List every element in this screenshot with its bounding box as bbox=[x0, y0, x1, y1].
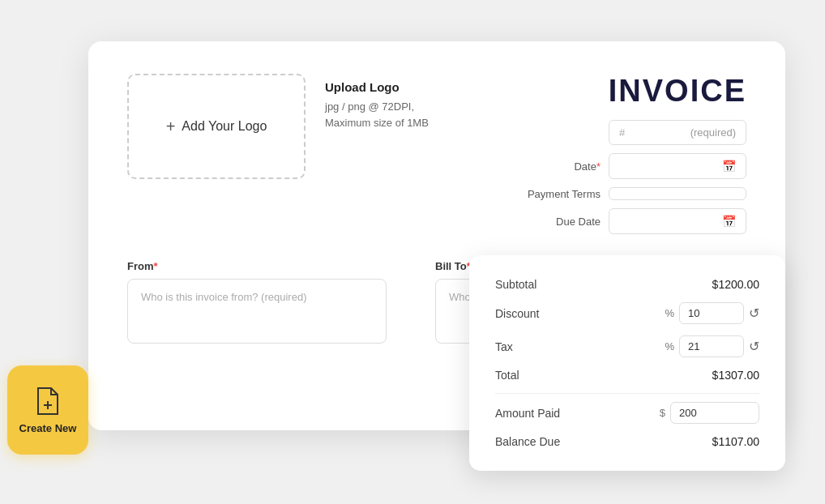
date-input[interactable]: 📅 bbox=[609, 153, 746, 179]
upload-desc-line1: jpg / png @ 72DPI, Maximum size of 1MB bbox=[325, 99, 429, 130]
subtotal-row: Subtotal $1200.00 bbox=[495, 278, 759, 291]
payment-terms-input[interactable] bbox=[609, 187, 746, 200]
tax-label: Tax bbox=[495, 340, 568, 353]
total-value: $1307.00 bbox=[712, 369, 759, 382]
amount-paid-input[interactable] bbox=[670, 402, 759, 424]
payment-terms-row: Payment Terms bbox=[528, 187, 746, 200]
balance-due-label: Balance Due bbox=[495, 435, 568, 448]
calendar-icon: 📅 bbox=[722, 160, 736, 173]
top-row: + Add Your Logo Upload Logo jpg / png @ … bbox=[127, 74, 746, 234]
discount-row: Discount % ↺ bbox=[495, 302, 759, 324]
from-label: From* bbox=[127, 260, 387, 272]
from-placeholder: Who is this invoice from? (required) bbox=[141, 291, 306, 303]
create-new-icon bbox=[35, 387, 61, 416]
logo-upload-box[interactable]: + Add Your Logo bbox=[127, 74, 306, 179]
summary-divider bbox=[495, 393, 759, 394]
total-label: Total bbox=[495, 369, 568, 382]
upload-title: Upload Logo bbox=[325, 80, 429, 94]
tax-refresh-icon[interactable]: ↺ bbox=[749, 339, 759, 354]
tax-input-group: % ↺ bbox=[665, 335, 759, 357]
amount-paid-label: Amount Paid bbox=[495, 407, 568, 420]
create-new-button[interactable]: Create New bbox=[7, 365, 88, 455]
summary-card: Subtotal $1200.00 Discount % ↺ Tax % ↺ T… bbox=[469, 255, 785, 471]
upload-info: Upload Logo jpg / png @ 72DPI, Maximum s… bbox=[325, 74, 429, 130]
from-textarea[interactable]: Who is this invoice from? (required) bbox=[127, 279, 387, 344]
plus-icon: + bbox=[166, 117, 176, 136]
due-date-calendar-icon: 📅 bbox=[722, 215, 736, 228]
amount-paid-unit: $ bbox=[660, 407, 665, 419]
subtotal-label: Subtotal bbox=[495, 278, 568, 291]
invoice-title-area: INVOICE # (required) Date* bbox=[528, 74, 746, 234]
invoice-title: INVOICE bbox=[528, 74, 746, 109]
discount-input[interactable] bbox=[679, 302, 744, 324]
balance-due-value: $1107.00 bbox=[712, 435, 759, 448]
subtotal-value: $1200.00 bbox=[712, 278, 759, 291]
discount-input-group: % ↺ bbox=[665, 302, 759, 324]
discount-unit: % bbox=[665, 307, 674, 319]
invoice-number-input[interactable]: # (required) bbox=[609, 120, 746, 145]
invoice-number-row: # (required) bbox=[609, 120, 746, 145]
date-row: Date* 📅 bbox=[574, 153, 746, 179]
create-new-label: Create New bbox=[19, 422, 77, 434]
due-date-input[interactable]: 📅 bbox=[609, 208, 746, 234]
tax-row: Tax % ↺ bbox=[495, 335, 759, 357]
amount-paid-row: Amount Paid $ bbox=[495, 402, 759, 424]
discount-label: Discount bbox=[495, 307, 568, 320]
date-label: Date* bbox=[574, 160, 601, 173]
logo-upload-label: Add Your Logo bbox=[182, 119, 267, 134]
invoice-fields: # (required) Date* 📅 bbox=[528, 120, 746, 234]
due-date-label: Due Date bbox=[556, 216, 601, 228]
tax-input[interactable] bbox=[679, 335, 744, 357]
balance-due-row: Balance Due $1107.00 bbox=[495, 435, 759, 448]
invoice-number-placeholder: (required) bbox=[690, 126, 736, 139]
tax-unit: % bbox=[665, 340, 674, 352]
from-section: From* Who is this invoice from? (require… bbox=[127, 260, 387, 344]
discount-refresh-icon[interactable]: ↺ bbox=[749, 305, 759, 321]
total-row: Total $1307.00 bbox=[495, 369, 759, 382]
amount-paid-input-group: $ bbox=[660, 402, 759, 424]
hash-prefix: # bbox=[619, 126, 625, 139]
due-date-row: Due Date 📅 bbox=[556, 208, 746, 234]
payment-terms-label: Payment Terms bbox=[528, 188, 601, 200]
